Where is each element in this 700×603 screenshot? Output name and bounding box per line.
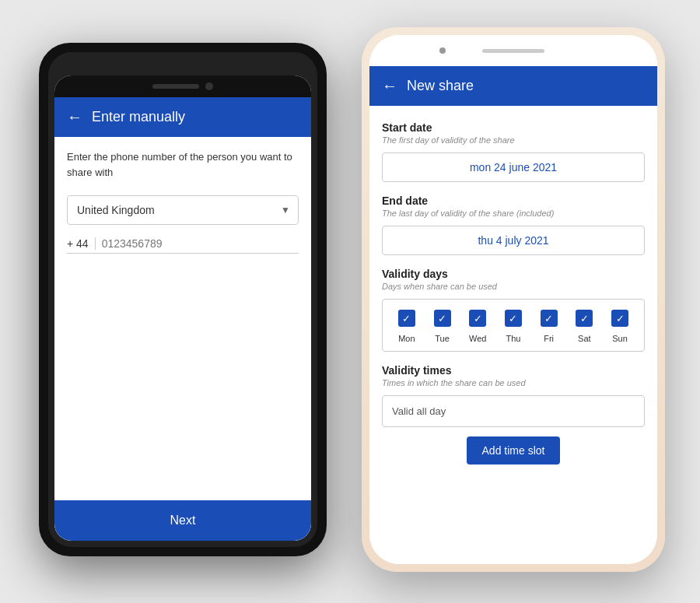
validity-times-label: Validity times bbox=[382, 364, 645, 377]
back-button[interactable]: ← bbox=[67, 108, 82, 126]
phone1-title: Enter manually bbox=[92, 109, 185, 125]
validity-times-section: Validity times Times in which the share … bbox=[382, 364, 645, 465]
phone2-title: New share bbox=[407, 78, 474, 94]
tuesday-check-icon: ✓ bbox=[434, 310, 451, 327]
monday-label: Mon bbox=[396, 334, 418, 343]
thursday-label: Thu bbox=[502, 334, 524, 343]
android-phone: ← Enter manually Enter the phone number … bbox=[39, 43, 327, 556]
wednesday-check-icon: ✓ bbox=[469, 310, 486, 327]
phone-number-input[interactable] bbox=[102, 237, 299, 250]
iphone-notch bbox=[369, 35, 657, 66]
start-date-section: Start date The first day of validity of … bbox=[382, 121, 645, 182]
end-date-label: End date bbox=[382, 195, 645, 207]
validity-times-sublabel: Times in which the share can be used bbox=[382, 378, 645, 387]
end-date-sublabel: The last day of validity of the share (i… bbox=[382, 209, 645, 218]
front-camera bbox=[205, 82, 213, 90]
days-labels: Mon Tue Wed Thu Fri Sat Sun bbox=[389, 334, 638, 343]
friday-check-icon: ✓ bbox=[541, 310, 558, 327]
sunday-check-icon: ✓ bbox=[611, 310, 628, 327]
sunday-check[interactable]: ✓ bbox=[609, 307, 631, 329]
end-date-button[interactable]: thu 4 july 2021 bbox=[382, 226, 645, 255]
phone2-back-button[interactable]: ← bbox=[382, 77, 397, 95]
monday-check[interactable]: ✓ bbox=[396, 307, 418, 329]
sunday-label: Sun bbox=[609, 334, 631, 343]
thursday-check-icon: ✓ bbox=[505, 310, 522, 327]
country-code: + 44 bbox=[67, 237, 96, 250]
wednesday-check[interactable]: ✓ bbox=[467, 307, 488, 329]
start-date-button[interactable]: mon 24 june 2021 bbox=[382, 153, 645, 182]
days-grid: ✓ ✓ ✓ ✓ ✓ bbox=[382, 299, 645, 352]
validity-days-sublabel: Days when share can be used bbox=[382, 282, 645, 291]
start-date-label: Start date bbox=[382, 121, 645, 134]
friday-label: Fri bbox=[538, 334, 560, 343]
tuesday-check[interactable]: ✓ bbox=[432, 307, 453, 329]
saturday-check-icon: ✓ bbox=[576, 310, 593, 327]
monday-check-icon: ✓ bbox=[398, 310, 415, 327]
add-time-slot-button[interactable]: Add time slot bbox=[467, 436, 561, 465]
speaker bbox=[152, 84, 199, 89]
saturday-check[interactable]: ✓ bbox=[573, 307, 595, 329]
android-notch bbox=[54, 75, 311, 97]
start-date-sublabel: The first day of validity of the share bbox=[382, 135, 645, 145]
phone2-content: Start date The first day of validity of … bbox=[369, 106, 657, 564]
end-date-section: End date The last day of validity of the… bbox=[382, 195, 645, 255]
valid-all-day: Valid all day bbox=[382, 395, 645, 427]
days-checkboxes: ✓ ✓ ✓ ✓ ✓ bbox=[389, 307, 638, 329]
iphone-front-camera bbox=[439, 47, 446, 54]
validity-days-section: Validity days Days when share can be use… bbox=[382, 268, 645, 352]
country-dropdown[interactable]: United Kingdom ▼ bbox=[67, 195, 299, 225]
phone1-header: ← Enter manually bbox=[54, 97, 311, 137]
wednesday-label: Wed bbox=[467, 334, 488, 343]
country-select-input[interactable]: United Kingdom bbox=[68, 196, 298, 224]
instruction-text: Enter the phone number of the person you… bbox=[67, 149, 299, 180]
friday-check[interactable]: ✓ bbox=[538, 307, 560, 329]
iphone-speaker bbox=[482, 49, 544, 53]
phone2-header: ← New share bbox=[369, 66, 657, 106]
next-button[interactable]: Next bbox=[54, 500, 311, 541]
saturday-label: Sat bbox=[573, 334, 595, 343]
validity-days-label: Validity days bbox=[382, 268, 645, 280]
phone-input-row: + 44 bbox=[67, 237, 299, 254]
iphone-phone: ← New share Start date The first day of … bbox=[362, 27, 665, 572]
thursday-check[interactable]: ✓ bbox=[502, 307, 524, 329]
tuesday-label: Tue bbox=[432, 334, 453, 343]
